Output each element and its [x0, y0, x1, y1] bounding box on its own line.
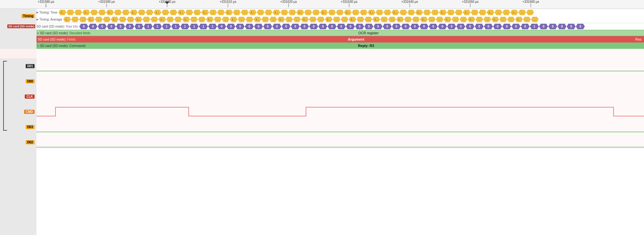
wave-spacer [36, 49, 644, 58]
commands-row: ▶ SD card (SD mode): Commands Reply: R3 [36, 42, 644, 49]
svg-rect-26 [36, 134, 644, 150]
svg-rect-21 [36, 58, 644, 74]
decoded-fields-value: OCR register [93, 31, 644, 35]
fields-row: SD card (SD mode): Fields Argument Res [36, 36, 644, 42]
sdcard-label: SD card (SD mode) [7, 24, 35, 28]
d03-waveform [36, 119, 644, 134]
d01-label: D01 [26, 64, 35, 68]
cmd-waveform [36, 104, 644, 119]
d02-wave-svg [36, 134, 644, 150]
svg-text:+331630 μs: +331630 μs [341, 0, 358, 3]
svg-text:+331660 μs: +331660 μs [523, 0, 539, 3]
svg-rect-25 [36, 119, 644, 134]
timing-time-label: Timing: Time [39, 11, 57, 14]
commands-value: Reply: R3 [88, 44, 644, 48]
d01-wave-svg [36, 58, 644, 74]
timing-avg-label: Timing: Average [39, 18, 62, 21]
fields-value2: Res [635, 37, 641, 41]
commands-label: SD card (SD mode): Commands [40, 44, 86, 48]
svg-text:+331640 μs: +331640 μs [401, 0, 418, 3]
svg-text:+331650 μs: +331650 μs [462, 0, 479, 3]
clk-label: CLK [25, 95, 35, 99]
svg-text:+331620 μs: +331620 μs [280, 0, 297, 3]
ruler-svg: +331580 μs +331590 μs +331600 μs +331610… [36, 0, 644, 7]
svg-rect-22 [36, 74, 644, 89]
clk-wave-svg [36, 89, 644, 104]
d01-waveform [36, 58, 644, 74]
timing-avg-row: ▶ Timing: Average 1.........1.........1.… [36, 16, 644, 23]
svg-rect-24 [36, 104, 644, 119]
fields-value: Argument [77, 37, 635, 41]
main-container: Timing SD card (SD mode) D01 D00 CLK CMD [0, 0, 644, 235]
svg-rect-23 [36, 89, 644, 104]
timeline-ruler: +331580 μs +331590 μs +331600 μs +331610… [36, 0, 644, 9]
timing-time-row: ▶ Timing: Time 1.........1.........1....… [36, 9, 644, 16]
d03-label: D03 [26, 125, 35, 129]
raw-bits-label: SD card (SD mode): Raw bits [36, 25, 78, 28]
svg-text:+331580 μs: +331580 μs [38, 0, 55, 3]
left-labels: Timing SD card (SD mode) D01 D00 CLK CMD [0, 0, 36, 235]
d00-wave-svg [36, 74, 644, 89]
d03-wave-svg [36, 119, 644, 134]
cmd-wave-svg [36, 104, 644, 119]
content-area: +331580 μs +331590 μs +331600 μs +331610… [36, 0, 644, 235]
d00-waveform [36, 74, 644, 89]
clk-waveform [36, 89, 644, 104]
raw-bits-row: SD card (SD mode): Raw bits 000000011111… [36, 23, 644, 30]
d02-waveform [36, 134, 644, 150]
cmd-label: CMD [24, 110, 35, 114]
decoded-fields-row: ▶ SD card (SD mode): Decoded fields OCR … [36, 30, 644, 36]
fields-label: SD card (SD mode): Fields [38, 38, 76, 41]
d00-label: D00 [26, 79, 35, 83]
timing-label: Timing [22, 14, 35, 18]
decoded-fields-label: SD card (SD mode): Decoded fields [40, 31, 90, 35]
svg-rect-0 [36, 0, 644, 7]
svg-text:+331610 μs: +331610 μs [220, 0, 237, 3]
svg-text:+331590 μs: +331590 μs [98, 0, 115, 3]
d02-label: D02 [26, 140, 35, 144]
